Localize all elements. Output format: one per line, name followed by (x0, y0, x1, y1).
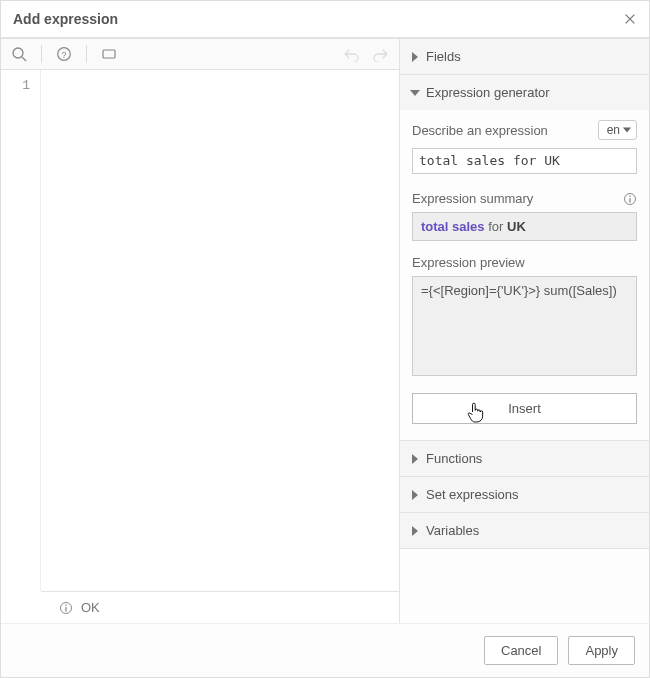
preview-label-row: Expression preview (412, 255, 637, 270)
accordion-body-generator: Describe an expression en Expression sum… (400, 110, 649, 440)
describe-input[interactable] (412, 148, 637, 174)
dialog-header: Add expression (1, 1, 649, 39)
expression-preview[interactable] (412, 276, 637, 376)
add-expression-dialog: Add expression ? (0, 0, 650, 678)
help-icon[interactable]: ? (56, 46, 72, 62)
svg-rect-7 (65, 604, 66, 605)
info-icon[interactable] (623, 192, 637, 206)
cancel-button[interactable]: Cancel (484, 636, 558, 665)
accordion-label: Functions (426, 451, 482, 466)
pointer-cursor-icon (465, 400, 485, 424)
summary-label: Expression summary (412, 191, 533, 206)
accordion-header-functions[interactable]: Functions (400, 441, 649, 476)
right-panel: Fields Expression generator Describe an … (400, 39, 649, 623)
info-icon (59, 601, 73, 615)
accordion-expression-generator: Expression generator Describe an express… (400, 75, 649, 441)
summary-part-b: UK (507, 219, 526, 234)
toolbar-separator (41, 45, 42, 63)
expression-editor[interactable] (41, 70, 399, 591)
svg-rect-10 (629, 195, 630, 196)
svg-line-1 (22, 57, 26, 61)
accordion-header-setexpr[interactable]: Set expressions (400, 477, 649, 512)
accordion-set-expressions: Set expressions (400, 477, 649, 513)
accordion-fields: Fields (400, 39, 649, 75)
chevron-down-icon (410, 90, 420, 96)
accordion-header-variables[interactable]: Variables (400, 513, 649, 548)
expression-summary: total sales for UK (412, 212, 637, 241)
dialog-footer: Cancel Apply (1, 624, 649, 677)
chevron-right-icon (412, 490, 418, 500)
accordion-variables: Variables (400, 513, 649, 549)
gutter-line-number: 1 (5, 78, 30, 93)
describe-row: Describe an expression en (412, 120, 637, 140)
dialog-title: Add expression (13, 11, 118, 27)
insert-button[interactable]: Insert (412, 393, 637, 424)
accordion-label: Expression generator (426, 85, 550, 100)
undo-icon[interactable] (343, 46, 359, 62)
editor-toolbar: ? (1, 39, 399, 70)
chevron-right-icon (412, 454, 418, 464)
accordion-label: Set expressions (426, 487, 519, 502)
toolbar-separator (86, 45, 87, 63)
svg-rect-4 (103, 50, 115, 58)
close-button[interactable] (623, 12, 637, 26)
status-bar: OK (41, 591, 399, 623)
summary-part-mid: for (485, 219, 507, 234)
chevron-right-icon (412, 52, 418, 62)
editor-area: 1 (1, 70, 399, 591)
left-panel: ? 1 (1, 39, 400, 623)
insert-label: Insert (508, 401, 541, 416)
summary-label-row: Expression summary (412, 191, 637, 206)
redo-icon[interactable] (373, 46, 389, 62)
svg-rect-6 (65, 607, 66, 611)
accordion-header-fields[interactable]: Fields (400, 39, 649, 74)
apply-button[interactable]: Apply (568, 636, 635, 665)
status-text: OK (81, 600, 100, 615)
dialog-main: ? 1 (1, 39, 649, 624)
summary-part-a: total sales (421, 219, 485, 234)
chevron-right-icon (412, 526, 418, 536)
accordion-label: Fields (426, 49, 461, 64)
preview-label: Expression preview (412, 255, 525, 270)
accordion-label: Variables (426, 523, 479, 538)
accordion-header-generator[interactable]: Expression generator (400, 75, 649, 110)
svg-point-0 (13, 48, 23, 58)
editor-gutter: 1 (1, 70, 41, 591)
svg-text:?: ? (61, 50, 66, 60)
accordion-functions: Functions (400, 441, 649, 477)
describe-label: Describe an expression (412, 123, 548, 138)
svg-rect-9 (629, 198, 630, 202)
search-icon[interactable] (11, 46, 27, 62)
language-select[interactable]: en (598, 120, 637, 140)
fullscreen-icon[interactable] (101, 46, 117, 62)
